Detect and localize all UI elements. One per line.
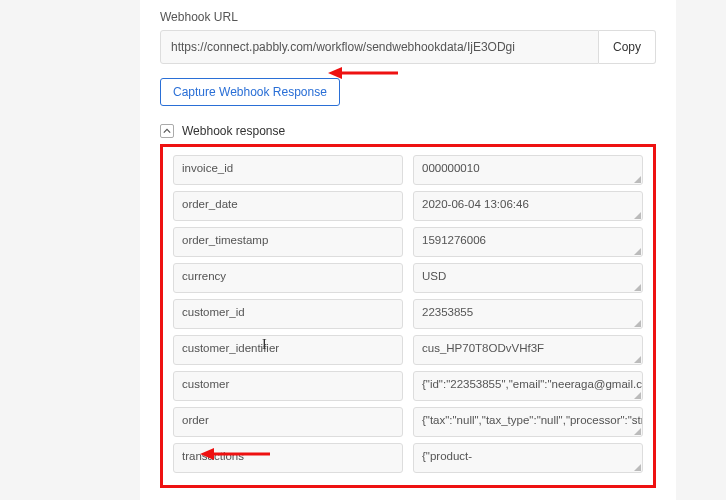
webhook-card: Webhook URL Copy Capture Webhook Respons…: [140, 0, 676, 500]
copy-button[interactable]: Copy: [599, 30, 656, 64]
response-key[interactable]: customer_identifier: [173, 335, 403, 365]
response-value[interactable]: 000000010: [413, 155, 643, 185]
response-value[interactable]: cus_HP70T8ODvVHf3F: [413, 335, 643, 365]
webhook-url-label: Webhook URL: [160, 10, 656, 24]
response-row: currencyUSD: [173, 263, 643, 293]
response-key[interactable]: order: [173, 407, 403, 437]
response-row: customer{"id":"22353855","email":"neerag…: [173, 371, 643, 401]
response-key[interactable]: order_timestamp: [173, 227, 403, 257]
response-value[interactable]: {"product-: [413, 443, 643, 473]
response-value[interactable]: {"id":"22353855","email":"neeraga@gmail.…: [413, 371, 643, 401]
webhook-url-row: Copy: [160, 30, 656, 64]
response-row: order{"tax":"null","tax_type":"null","pr…: [173, 407, 643, 437]
response-value[interactable]: 2020-06-04 13:06:46: [413, 191, 643, 221]
webhook-url-input[interactable]: [160, 30, 599, 64]
response-value[interactable]: 22353855: [413, 299, 643, 329]
capture-webhook-response-button[interactable]: Capture Webhook Response: [160, 78, 340, 106]
response-key[interactable]: transactions: [173, 443, 403, 473]
response-value[interactable]: 1591276006: [413, 227, 643, 257]
response-key[interactable]: customer_id: [173, 299, 403, 329]
response-row: transactions{"product-: [173, 443, 643, 473]
response-row: order_date2020-06-04 13:06:46: [173, 191, 643, 221]
chevron-up-icon: [160, 124, 174, 138]
response-row: customer_id22353855: [173, 299, 643, 329]
response-key[interactable]: order_date: [173, 191, 403, 221]
text-cursor-icon: I: [262, 337, 267, 353]
webhook-response-label: Webhook response: [182, 124, 285, 138]
response-value[interactable]: {"tax":"null","tax_type":"null","process…: [413, 407, 643, 437]
response-row: customer_identifiercus_HP70T8ODvVHf3F: [173, 335, 643, 365]
response-key[interactable]: currency: [173, 263, 403, 293]
response-key[interactable]: customer: [173, 371, 403, 401]
response-row: invoice_id000000010: [173, 155, 643, 185]
webhook-response-header[interactable]: Webhook response: [160, 124, 656, 138]
webhook-response-box: invoice_id000000010order_date2020-06-04 …: [160, 144, 656, 488]
response-row: order_timestamp1591276006: [173, 227, 643, 257]
response-key[interactable]: invoice_id: [173, 155, 403, 185]
response-value[interactable]: USD: [413, 263, 643, 293]
